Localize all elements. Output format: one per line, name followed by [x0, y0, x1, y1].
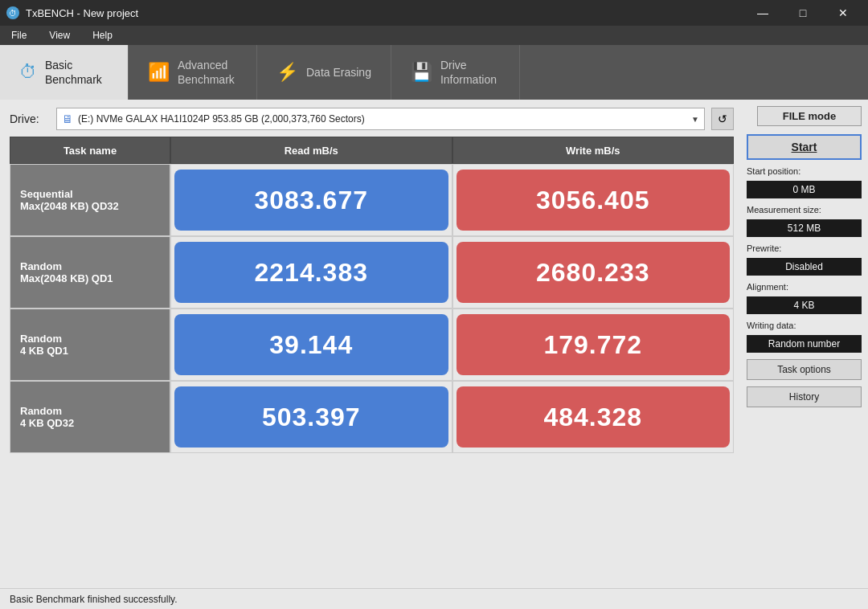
task-options-button[interactable]: Task options — [747, 359, 862, 380]
table-row: RandomMax(2048 KB) QD1 2214.383 2680.233 — [10, 236, 734, 309]
read-random-4k-qd32-value: 503.397 — [174, 386, 448, 448]
left-panel: Drive: 🖥 (E:) NVMe GALAX HA1I1024P 953.8… — [0, 100, 743, 588]
advanced-benchmark-label: AdvancedBenchmark — [178, 58, 235, 87]
read-random-max-value: 2214.383 — [174, 242, 448, 303]
status-message: Basic Benchmark finished successfully. — [10, 594, 178, 605]
alignment-label: Alignment: — [747, 282, 862, 292]
menu-bar: File View Help — [0, 26, 868, 45]
tab-drive-information[interactable]: 💾 DriveInformation — [391, 45, 520, 100]
read-random-4k-qd32: 503.397 — [170, 381, 452, 453]
start-position-value: 0 MB — [747, 181, 862, 198]
alignment-value: 4 KB — [747, 296, 862, 314]
task-random-4k-qd32: Random4 KB QD32 — [10, 381, 170, 453]
status-bar: Basic Benchmark finished successfully. — [0, 588, 868, 609]
tab-data-erasing[interactable]: ⚡ Data Erasing — [257, 45, 391, 100]
drive-information-label: DriveInformation — [440, 58, 497, 87]
window-title: TxBENCH - New project — [26, 7, 138, 19]
drive-select-text: (E:) NVMe GALAX HA1I1024P 953.85 GB (2,0… — [78, 113, 688, 125]
close-button[interactable]: ✕ — [825, 0, 862, 26]
basic-benchmark-icon: ⏱ — [19, 62, 37, 83]
title-bar-controls: — □ ✕ — [744, 0, 862, 26]
write-random-4k-qd1-value: 179.772 — [457, 314, 731, 375]
write-random-4k-qd32: 484.328 — [452, 381, 735, 453]
read-sequential-value: 3083.677 — [174, 170, 448, 231]
advanced-benchmark-icon: 📶 — [148, 62, 170, 83]
menu-help[interactable]: Help — [88, 28, 117, 43]
writing-data-value: Random number — [747, 335, 862, 353]
start-button[interactable]: Start — [747, 134, 862, 160]
menu-view[interactable]: View — [44, 28, 75, 43]
tab-basic-benchmark[interactable]: ⏱ BasicBenchmark — [0, 45, 129, 100]
write-random-max: 2680.233 — [452, 236, 735, 309]
maximize-button[interactable]: □ — [784, 0, 821, 26]
tab-bar: ⏱ BasicBenchmark 📶 AdvancedBenchmark ⚡ D… — [0, 45, 868, 100]
writing-data-label: Writing data: — [747, 321, 862, 330]
file-mode-button[interactable]: FILE mode — [757, 106, 862, 126]
benchmark-table: Task name Read mB/s Write mB/s Sequentia… — [10, 137, 734, 453]
drive-refresh-button[interactable]: ↺ — [711, 108, 734, 130]
col-task-name: Task name — [10, 137, 170, 164]
write-random-4k-qd32-value: 484.328 — [457, 386, 731, 448]
table-row: Random4 KB QD1 39.144 179.772 — [10, 309, 734, 381]
task-sequential: SequentialMax(2048 KB) QD32 — [10, 164, 170, 236]
measurement-size-value: 512 MB — [747, 219, 862, 237]
drive-device-icon: 🖥 — [62, 112, 73, 125]
drive-information-icon: 💾 — [411, 62, 432, 83]
minimize-button[interactable]: — — [744, 0, 781, 26]
read-random-max: 2214.383 — [170, 236, 452, 309]
write-random-4k-qd1: 179.772 — [452, 309, 735, 381]
right-panel: FILE mode Start Start position: 0 MB Mea… — [743, 100, 868, 588]
data-erasing-label: Data Erasing — [306, 65, 371, 80]
drive-row: Drive: 🖥 (E:) NVMe GALAX HA1I1024P 953.8… — [10, 100, 734, 137]
app-icon: ⏱ — [6, 6, 19, 19]
drive-label: Drive: — [10, 112, 50, 125]
col-read: Read mB/s — [170, 137, 452, 164]
prewrite-label: Prewrite: — [747, 243, 862, 253]
read-random-4k-qd1-value: 39.144 — [174, 314, 448, 375]
data-erasing-icon: ⚡ — [276, 62, 298, 83]
prewrite-value: Disabled — [747, 258, 862, 276]
dropdown-arrow-icon: ▼ — [691, 115, 699, 124]
table-row: Random4 KB QD32 503.397 484.328 — [10, 381, 734, 453]
drive-select[interactable]: 🖥 (E:) NVMe GALAX HA1I1024P 953.85 GB (2… — [56, 108, 705, 130]
col-write: Write mB/s — [452, 137, 735, 164]
tab-advanced-benchmark[interactable]: 📶 AdvancedBenchmark — [129, 45, 257, 100]
read-sequential: 3083.677 — [170, 164, 452, 236]
task-random-max: RandomMax(2048 KB) QD1 — [10, 236, 170, 309]
write-random-max-value: 2680.233 — [457, 242, 731, 303]
write-sequential: 3056.405 — [452, 164, 735, 236]
write-sequential-value: 3056.405 — [457, 170, 731, 231]
measurement-size-label: Measurement size: — [747, 205, 862, 215]
title-bar-left: ⏱ TxBENCH - New project — [6, 6, 138, 19]
history-button[interactable]: History — [747, 386, 862, 407]
menu-file[interactable]: File — [6, 28, 31, 43]
main-area: Drive: 🖥 (E:) NVMe GALAX HA1I1024P 953.8… — [0, 100, 868, 588]
basic-benchmark-label: BasicBenchmark — [45, 58, 102, 87]
start-position-label: Start position: — [747, 166, 862, 176]
title-bar: ⏱ TxBENCH - New project — □ ✕ — [0, 0, 868, 26]
task-random-4k-qd1: Random4 KB QD1 — [10, 309, 170, 381]
table-row: SequentialMax(2048 KB) QD32 3083.677 305… — [10, 164, 734, 236]
read-random-4k-qd1: 39.144 — [170, 309, 452, 381]
